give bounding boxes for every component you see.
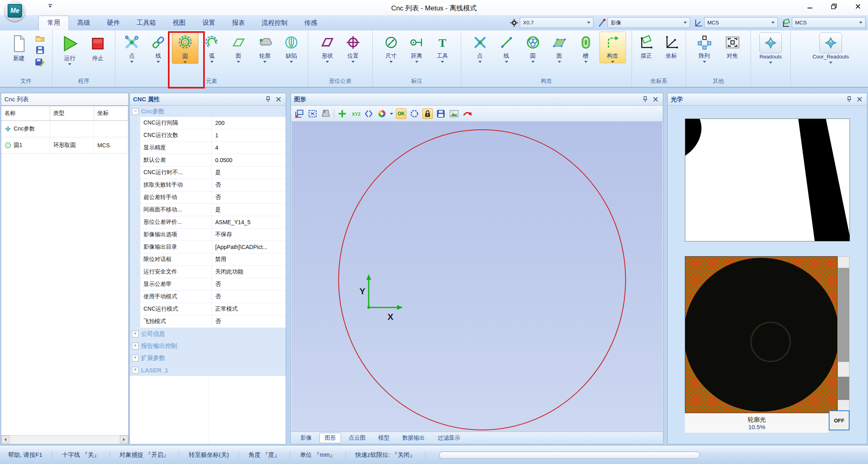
light-off-button[interactable]: OFF: [829, 410, 850, 430]
redo-rotate-button[interactable]: [462, 108, 472, 119]
property-value[interactable]: 否: [212, 191, 286, 203]
close-panel-button[interactable]: [275, 96, 283, 103]
property-value[interactable]: 0.0500: [212, 154, 286, 166]
magnification-combo[interactable]: X0.7: [510, 17, 593, 28]
property-value[interactable]: ASME_Y14_5: [212, 216, 286, 228]
ok-confirm-button[interactable]: OK: [396, 108, 406, 119]
property-value[interactable]: [AppPath]\CADPict...: [212, 241, 286, 253]
collapsed-section[interactable]: + 公司信息: [130, 328, 286, 340]
background-image-button[interactable]: [449, 108, 459, 119]
graphics-canvas[interactable]: Y X: [291, 121, 662, 432]
focus-button[interactable]: 对焦: [719, 32, 747, 59]
navigate-button[interactable]: [363, 108, 374, 119]
element-plane-button[interactable]: 面: [226, 32, 251, 63]
status-z-limit-toggle[interactable]: 快速z软限位: 『关闭』: [346, 451, 426, 459]
tab-chuangan[interactable]: 传感: [296, 16, 325, 30]
collapsed-section[interactable]: + LASER_1: [130, 364, 286, 376]
scroll-left-button[interactable]: [1, 436, 10, 444]
expand-expander-icon[interactable]: +: [132, 331, 139, 337]
status-crosshair-toggle[interactable]: 十字线 『关』: [52, 451, 110, 459]
tab-model-view[interactable]: 模型: [373, 433, 395, 443]
element-point-button[interactable]: 点: [119, 32, 145, 63]
light-intensity-slider[interactable]: [838, 256, 850, 413]
construct-construct-button[interactable]: 构造: [600, 32, 626, 63]
tab-baobiao[interactable]: 报表: [224, 16, 253, 30]
minimize-button[interactable]: [805, 2, 814, 10]
chevron-down-icon[interactable]: [390, 113, 393, 115]
coordsys-combo[interactable]: MCS: [694, 17, 778, 28]
collapsed-section[interactable]: + 扩展参数: [130, 352, 286, 364]
property-value[interactable]: 禁用: [212, 253, 286, 265]
dimension-button[interactable]: 尺寸: [378, 32, 404, 63]
pin-button[interactable]: [641, 96, 649, 103]
tab-shitu[interactable]: 视图: [164, 16, 194, 30]
tab-image-view[interactable]: 影像: [295, 433, 317, 443]
pin-button[interactable]: [264, 96, 272, 103]
color-button[interactable]: [377, 108, 387, 119]
tab-gaoji[interactable]: 高级: [69, 16, 99, 30]
snapshot-button[interactable]: [321, 108, 331, 119]
distance-button[interactable]: 距离: [404, 32, 430, 63]
property-value[interactable]: 4: [212, 142, 286, 154]
close-button[interactable]: [854, 2, 862, 10]
property-value[interactable]: 1: [212, 129, 286, 141]
add-button[interactable]: [337, 108, 347, 119]
tab-pointcloud-view[interactable]: 点云图: [343, 433, 371, 443]
expand-expander-icon[interactable]: +: [132, 355, 139, 362]
pin-button[interactable]: [845, 96, 853, 103]
measured-circle[interactable]: [339, 130, 626, 430]
element-contour-button[interactable]: 轮廓: [252, 32, 278, 63]
tab-gongjuxiang[interactable]: 工具箱: [128, 16, 164, 30]
column-type[interactable]: 类型: [50, 106, 94, 121]
coor-readouts-button[interactable]: Coor_Readouts: [801, 32, 861, 64]
stop-button[interactable]: 停止: [84, 32, 112, 62]
construct-plane-button[interactable]: 面: [547, 32, 572, 63]
lock-view-button[interactable]: [422, 108, 433, 119]
save-button[interactable]: [34, 44, 46, 55]
status-object-snap-toggle[interactable]: 对象捕捉 『开启』: [110, 451, 179, 459]
table-row[interactable]: 圆1 环形取圆 MCS: [1, 137, 128, 154]
column-coord[interactable]: 坐标: [94, 106, 128, 121]
property-value[interactable]: 否: [212, 179, 286, 191]
zoom-window-button[interactable]: [294, 108, 305, 119]
tab-data-output-view[interactable]: 数据输出: [397, 433, 430, 443]
tab-shezhi[interactable]: 设置: [194, 16, 224, 30]
tab-yingjian[interactable]: 硬件: [99, 16, 128, 30]
close-panel-button[interactable]: [652, 96, 660, 103]
camera-live-view[interactable]: [685, 256, 838, 413]
xyz-readout-button[interactable]: XYZ: [350, 108, 361, 119]
property-value[interactable]: 是: [212, 167, 286, 179]
construct-line-button[interactable]: 线: [494, 32, 519, 63]
save-as-button[interactable]: [34, 56, 46, 67]
edge-detection-view[interactable]: [685, 119, 850, 241]
property-value[interactable]: 正常模式: [212, 303, 286, 315]
construct-circle-button[interactable]: 圆: [520, 32, 546, 63]
expand-expander-icon[interactable]: +: [132, 343, 139, 350]
slider-thumb[interactable]: [838, 377, 849, 400]
element-line-button[interactable]: 线: [145, 32, 171, 63]
construct-point-button[interactable]: 点: [467, 32, 493, 63]
workplane-combo[interactable]: MCS: [782, 17, 866, 28]
property-value[interactable]: 否: [212, 291, 286, 303]
slider-thumb[interactable]: [838, 268, 849, 362]
collapse-expander-icon[interactable]: −: [132, 108, 139, 115]
readouts-button[interactable]: Readouts: [753, 32, 789, 64]
app-menu-button[interactable]: Me: [5, 1, 25, 21]
property-value[interactable]: 是: [212, 204, 286, 216]
tab-liuchengkongzhi[interactable]: 流程控制: [253, 16, 296, 30]
status-unit-toggle[interactable]: 单位 『mm』: [290, 451, 345, 459]
position-tolerance-button[interactable]: 位置: [340, 32, 366, 63]
new-button[interactable]: 新建: [5, 32, 33, 62]
status-angle-unit-toggle[interactable]: 角度 『度』: [239, 451, 290, 459]
construct-slot-button[interactable]: 槽: [573, 32, 599, 63]
align-button[interactable]: 摆正: [634, 32, 659, 59]
maximize-button[interactable]: [830, 2, 838, 10]
property-value[interactable]: 否: [212, 315, 286, 327]
shape-tolerance-button[interactable]: 形状: [315, 32, 340, 63]
tab-graphics-view[interactable]: 图形: [319, 433, 341, 443]
expand-expander-icon[interactable]: +: [132, 367, 139, 374]
coordinate-button[interactable]: 坐标: [659, 32, 684, 59]
element-defect-button[interactable]: 缺陷: [279, 32, 304, 63]
tab-filter-display-view[interactable]: 过滤显示: [432, 433, 465, 443]
status-polar-coord-toggle[interactable]: 转至极坐标(关): [179, 451, 239, 459]
